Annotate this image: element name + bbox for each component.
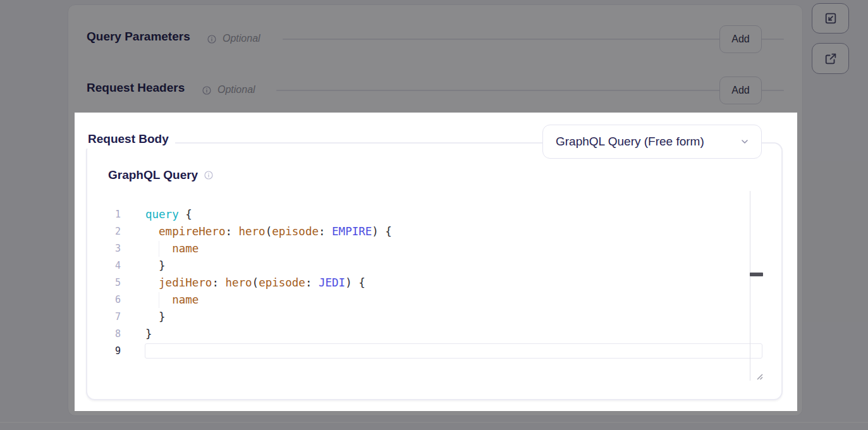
line-number: 8: [104, 326, 121, 343]
dim-overlay: [797, 113, 868, 411]
dim-overlay: [0, 0, 868, 113]
code-line[interactable]: }: [145, 326, 392, 343]
code-line[interactable]: jediHero: hero(episode: JEDI) {: [145, 274, 392, 292]
line-number: 6: [104, 292, 121, 309]
code-line[interactable]: name: [145, 240, 392, 257]
code-editor[interactable]: query { empireHero: hero(episode: EMPIRE…: [145, 206, 392, 360]
body-type-select-value: GraphQL Query (Free form): [556, 135, 740, 149]
editor-right-edge: [750, 191, 750, 381]
line-number: 4: [104, 257, 121, 274]
line-number-gutter: 123456789: [104, 206, 121, 360]
page: Query Parameters Optional Add Request He…: [0, 0, 868, 430]
line-number: 7: [104, 309, 121, 326]
graphql-query-label: GraphQL Query: [108, 168, 214, 182]
code-line[interactable]: empireHero: hero(episode: EMPIRE) {: [145, 223, 392, 240]
graphql-query-label-text: GraphQL Query: [108, 168, 198, 182]
code-line[interactable]: }: [145, 257, 392, 274]
request-body-label: Request Body: [82, 130, 175, 149]
dim-overlay: [0, 411, 868, 430]
info-icon[interactable]: [204, 170, 214, 180]
line-number: 2: [104, 223, 121, 240]
resize-handle[interactable]: [754, 371, 763, 380]
code-line[interactable]: name: [145, 292, 392, 309]
dim-overlay: [0, 113, 75, 411]
code-line[interactable]: }: [145, 309, 392, 326]
code-line[interactable]: query {: [145, 206, 392, 223]
line-number: 1: [104, 206, 121, 223]
line-number: 5: [104, 274, 121, 292]
scrollbar-thumb[interactable]: [750, 273, 763, 276]
body-type-select[interactable]: GraphQL Query (Free form): [542, 125, 762, 159]
line-number: 3: [104, 240, 121, 257]
code-line[interactable]: [145, 343, 392, 360]
line-number: 9: [104, 343, 121, 360]
request-body-section: Request Body GraphQL Query (Free form) G…: [75, 113, 797, 411]
chevron-down-icon: [740, 137, 750, 147]
